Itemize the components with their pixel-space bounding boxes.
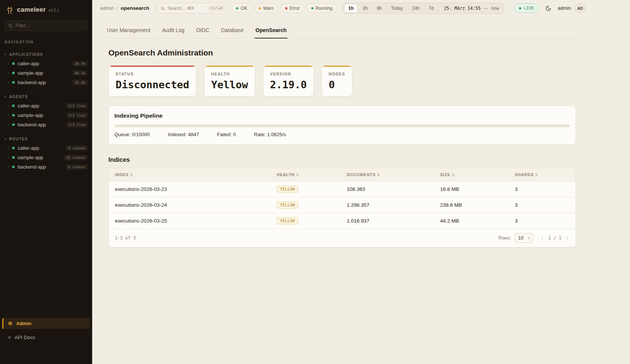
sort-icon: ⇅ xyxy=(130,173,133,177)
table-row[interactable]: executions-2026-03-23 YELLOW 108.363 16.… xyxy=(109,181,576,197)
chip-label: Warn xyxy=(263,6,274,11)
section-header-routes[interactable]: ▾ ROUTES xyxy=(0,135,92,143)
search-icon xyxy=(8,23,13,28)
time-range-24h[interactable]: 24h xyxy=(408,4,424,13)
sidebar-item-badge: 4 routes xyxy=(66,145,88,151)
sidebar-item-sample-app[interactable]: › sample-app 84.1k xyxy=(0,68,92,78)
prev-page-button[interactable]: ‹ xyxy=(539,235,545,241)
indices-table: INDEX⇅ HEALTH⇅ DOCUMENTS⇅ SIZE⇅ SHARDS⇅ … xyxy=(109,168,576,229)
dark-mode-toggle[interactable] xyxy=(543,3,554,14)
breadcrumb-root[interactable]: admin xyxy=(100,5,114,11)
sidebar-item-backend-app-routes[interactable]: › backend-app 6 routes xyxy=(0,162,92,172)
cell-health: YELLOW xyxy=(272,181,342,197)
live-indicator[interactable]: LIVE xyxy=(514,3,539,13)
global-search[interactable]: Ctrl+K xyxy=(157,3,227,14)
cell-size: 238.6 MB xyxy=(435,197,510,213)
time-range-6h[interactable]: 6h xyxy=(373,4,386,13)
sidebar-item-badge: 10.7k xyxy=(72,61,88,66)
pipeline-title: Indexing Pipeline xyxy=(114,112,570,119)
main-area: admin / opensearch Ctrl+K OK Warn xyxy=(92,0,630,364)
table-header-row: INDEX⇅ HEALTH⇅ DOCUMENTS⇅ SIZE⇅ SHARDS⇅ xyxy=(109,168,576,181)
tab-opensearch[interactable]: OpenSearch xyxy=(255,24,287,38)
filter-chip-warn[interactable]: Warn xyxy=(254,3,278,13)
sidebar-section-applications: ▾ APPLICATIONS › caller-app 10.7k › samp… xyxy=(0,51,92,87)
sidebar-item-caller-app-routes[interactable]: › caller-app 4 routes xyxy=(0,143,92,153)
error-status-dot xyxy=(285,7,287,9)
cell-documents: 108.363 xyxy=(342,181,435,197)
warn-status-dot xyxy=(259,7,261,9)
cell-health: YELLOW xyxy=(272,197,342,213)
column-header-size[interactable]: SIZE⇅ xyxy=(435,168,510,181)
column-header-index[interactable]: INDEX⇅ xyxy=(109,168,272,181)
sidebar-item-caller-app-agent[interactable]: › caller-app 1/1 live xyxy=(0,101,92,111)
document-list-icon: ≡ xyxy=(8,335,11,340)
tab-user-management[interactable]: User Management xyxy=(106,24,151,38)
filter-input[interactable] xyxy=(15,23,84,28)
sidebar-item-backend-app[interactable]: › backend-app 32.2k xyxy=(0,78,92,87)
filter-chip-error[interactable]: Error xyxy=(281,3,304,13)
time-range-today[interactable]: Today xyxy=(387,4,407,13)
row-range-text: 1-3 of 3 xyxy=(115,235,136,241)
avatar[interactable]: AD xyxy=(575,3,585,14)
table-row[interactable]: executions-2026-03-25 YELLOW 1.016.937 4… xyxy=(109,213,576,229)
tab-audit-log[interactable]: Audit Log xyxy=(161,24,185,38)
sidebar-item-sample-app-agent[interactable]: › sample-app 1/1 live xyxy=(0,111,92,120)
time-range-start[interactable]: 25. März 14:55 xyxy=(444,6,480,11)
pipeline-stats: Queue: 0/10000 Indexed: 4847 Failed: 0 R… xyxy=(114,132,570,137)
sidebar-item-admin[interactable]: ⚙ Admin xyxy=(2,318,90,329)
app-root: cameleer v3.2.1 NAVIGATION ▾ APPLICATION… xyxy=(0,0,630,364)
pipeline-queue: Queue: 0/10000 xyxy=(114,132,150,137)
chevron-right-icon: › xyxy=(8,155,9,160)
tab-database[interactable]: Database xyxy=(220,24,244,38)
column-header-health[interactable]: HEALTH⇅ xyxy=(272,168,342,181)
admin-label: Admin xyxy=(16,321,31,326)
chevron-right-icon: › xyxy=(8,165,9,169)
status-dot xyxy=(12,147,15,149)
filter-chip-ok[interactable]: OK xyxy=(232,3,252,13)
app-logo: cameleer v3.2.1 xyxy=(0,0,92,17)
chevron-down-icon: ▾ xyxy=(5,95,6,98)
chevron-right-icon: › xyxy=(8,113,9,117)
running-status-dot xyxy=(311,7,313,9)
rows-per-page-select[interactable]: 10 ▾ xyxy=(514,233,533,243)
table-row[interactable]: executions-2026-03-24 YELLOW 1.298.357 2… xyxy=(109,197,576,213)
cell-size: 44.2 MB xyxy=(435,213,510,229)
section-header-applications[interactable]: ▾ APPLICATIONS xyxy=(0,51,92,59)
tab-oidc[interactable]: OIDC xyxy=(195,24,210,38)
time-range-7d[interactable]: 7d xyxy=(425,4,438,13)
stat-label: HEALTH xyxy=(211,72,248,76)
chevron-right-icon: › xyxy=(8,80,9,84)
sidebar-item-badge: 1/1 live xyxy=(66,112,88,118)
sort-icon: ⇅ xyxy=(452,173,455,177)
column-header-documents[interactable]: DOCUMENTS⇅ xyxy=(342,168,435,181)
search-input[interactable] xyxy=(167,6,206,11)
filter-chip-running[interactable]: Running xyxy=(307,3,337,13)
sidebar-item-backend-app-agent[interactable]: › backend-app 1/1 live xyxy=(0,120,92,129)
chip-label: Error xyxy=(290,6,300,11)
sidebar-item-badge: 6 routes xyxy=(66,164,88,170)
next-page-button[interactable]: › xyxy=(565,235,570,241)
breadcrumb-separator: / xyxy=(117,5,118,11)
health-badge: YELLOW xyxy=(277,186,298,193)
pagination: ‹ 1 / 1 › xyxy=(539,235,570,241)
moon-icon xyxy=(545,5,551,11)
time-range-end[interactable]: now xyxy=(491,6,499,11)
stat-label: NODES xyxy=(329,72,345,76)
section-header-agents[interactable]: ▾ AGENTS xyxy=(0,93,92,101)
time-range-3h[interactable]: 3h xyxy=(358,4,372,13)
sidebar-item-label: sample-app xyxy=(18,70,69,76)
sidebar-filter[interactable] xyxy=(5,20,88,31)
sidebar-item-sample-app-routes[interactable]: › sample-app 16 routes xyxy=(0,153,92,162)
chevron-right-icon: › xyxy=(8,71,9,75)
column-header-shards[interactable]: SHARDS⇅ xyxy=(510,168,576,181)
time-range-1h[interactable]: 1h xyxy=(344,4,358,13)
section-title: AGENTS xyxy=(9,95,28,99)
sidebar-item-badge: 32.2k xyxy=(72,80,88,85)
status-dot xyxy=(12,123,15,126)
sidebar-item-api-docs[interactable]: ≡ API Docs xyxy=(2,332,90,343)
section-title: APPLICATIONS xyxy=(9,52,43,57)
stat-value: Yellow xyxy=(211,79,248,91)
stat-card-health: HEALTH Yellow xyxy=(204,65,255,97)
sidebar-item-caller-app[interactable]: › caller-app 10.7k xyxy=(0,59,92,68)
navigation-label: NAVIGATION xyxy=(0,35,92,45)
